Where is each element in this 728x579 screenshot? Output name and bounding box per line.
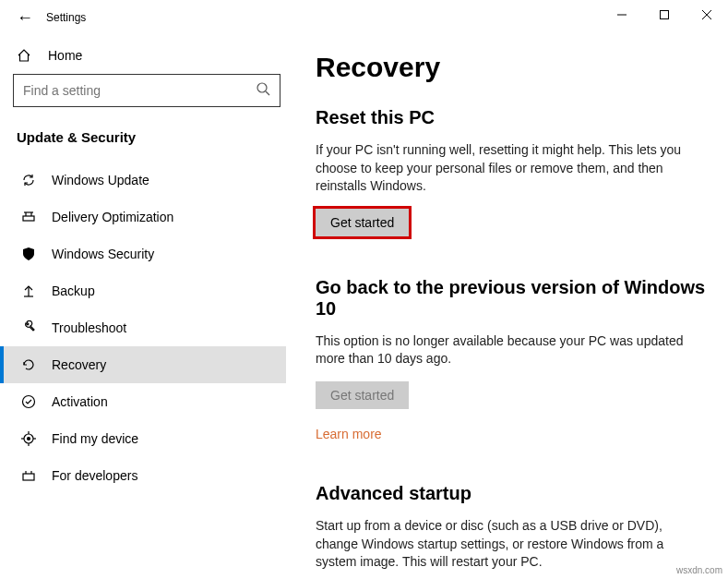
backup-icon (20, 283, 37, 298)
home-nav[interactable]: Home (13, 41, 286, 74)
back-button[interactable]: ← (17, 8, 42, 28)
search-icon (256, 81, 270, 100)
advanced-startup-title: Advanced startup (316, 483, 708, 504)
sidebar-item-for-developers[interactable]: For developers (0, 457, 286, 494)
developer-icon (20, 468, 37, 483)
sidebar-item-delivery-optimization[interactable]: Delivery Optimization (0, 199, 286, 235)
sidebar-item-label: Troubleshoot (52, 320, 126, 335)
learn-more-link[interactable]: Learn more (316, 427, 382, 441)
svg-rect-19 (23, 474, 34, 480)
shield-icon (20, 247, 37, 261)
watermark: wsxdn.com (676, 565, 722, 575)
window-title: Settings (46, 11, 86, 24)
maximize-button[interactable] (643, 0, 686, 30)
category-header: Update & Security (13, 127, 286, 162)
sidebar-item-label: Delivery Optimization (52, 210, 173, 224)
sidebar-item-troubleshoot[interactable]: Troubleshoot (0, 309, 286, 346)
go-back-get-started-button: Get started (316, 381, 409, 409)
reset-pc-desc: If your PC isn't running well, resetting… (316, 141, 685, 196)
sidebar-item-recovery[interactable]: Recovery (0, 346, 286, 383)
window-controls (601, 0, 728, 30)
locate-icon (20, 431, 37, 446)
sidebar-item-activation[interactable]: Activation (0, 383, 286, 420)
go-back-title: Go back to the previous version of Windo… (316, 277, 708, 320)
advanced-startup-desc: Start up from a device or disc (such as … (316, 517, 685, 572)
sidebar-item-windows-update[interactable]: Windows Update (0, 162, 286, 199)
sidebar-item-windows-security[interactable]: Windows Security (0, 235, 286, 272)
sidebar-item-label: For developers (52, 468, 137, 483)
search-box[interactable] (13, 74, 280, 107)
reset-pc-title: Reset this PC (316, 107, 708, 128)
svg-rect-6 (23, 216, 34, 221)
recovery-icon (20, 357, 37, 372)
sidebar-item-label: Activation (52, 394, 108, 409)
search-input[interactable] (23, 83, 256, 98)
svg-line-5 (266, 91, 269, 95)
sidebar-item-label: Windows Security (52, 247, 154, 261)
delivery-icon (20, 210, 37, 224)
home-label: Home (48, 48, 82, 63)
page-title: Recovery (316, 52, 708, 83)
minimize-button[interactable] (601, 0, 643, 30)
reset-get-started-button[interactable]: Get started (316, 209, 409, 236)
svg-point-12 (23, 396, 35, 408)
go-back-desc: This option is no longer available becau… (316, 332, 685, 368)
sync-icon (20, 173, 37, 187)
sidebar-item-backup[interactable]: Backup (0, 272, 286, 309)
close-button[interactable] (686, 0, 728, 30)
sidebar: Home Update & Security Windows Update De… (0, 35, 286, 579)
sidebar-item-label: Find my device (52, 431, 138, 446)
svg-point-14 (28, 438, 30, 440)
sidebar-item-label: Windows Update (52, 173, 149, 187)
check-circle-icon (20, 394, 37, 409)
wrench-icon (20, 320, 37, 335)
svg-point-4 (257, 83, 267, 92)
svg-rect-1 (661, 11, 669, 19)
sidebar-item-label: Backup (52, 283, 95, 298)
sidebar-item-label: Recovery (52, 357, 106, 372)
home-icon (17, 48, 33, 63)
main-content: Recovery Reset this PC If your PC isn't … (286, 35, 728, 579)
sidebar-item-find-my-device[interactable]: Find my device (0, 420, 286, 457)
